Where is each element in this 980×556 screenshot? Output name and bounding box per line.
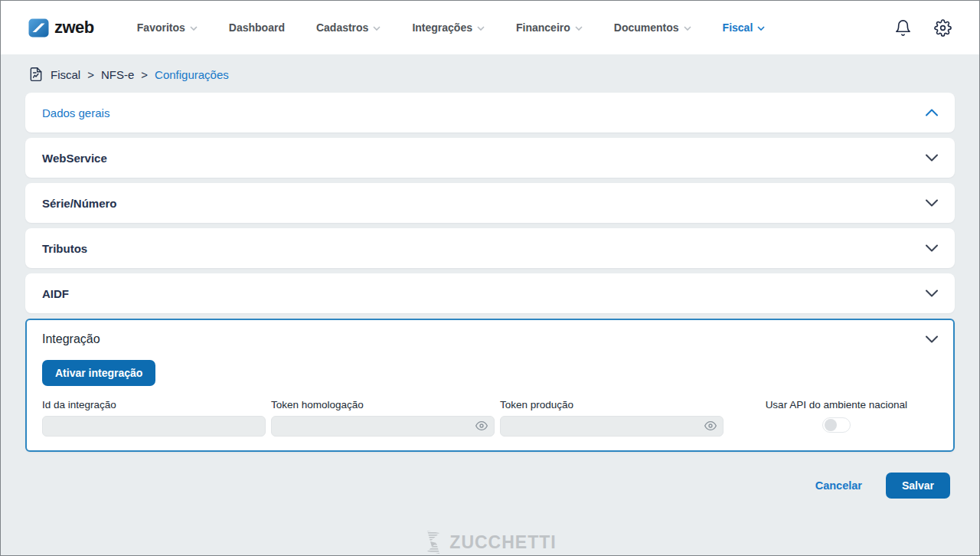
field-token-homologacao: Token homologação — [271, 399, 495, 437]
nav-label: Favoritos — [137, 21, 185, 34]
zucchetti-logo-icon — [423, 530, 443, 554]
accordion-card-dados-gerais: Dados gerais — [25, 93, 955, 132]
accordion-card-integracao: Integração Ativar integração Id da integ… — [25, 319, 955, 452]
nav-item-documentos[interactable]: Documentos — [614, 21, 691, 34]
accordion-title: Dados gerais — [42, 106, 109, 119]
breadcrumb-separator: > — [87, 68, 94, 81]
app-logo[interactable]: zweb — [28, 18, 94, 38]
nav-label: Cadastros — [316, 21, 368, 34]
field-token-producao: Token produção — [500, 399, 724, 437]
accordion-title: Integração — [42, 332, 100, 346]
integration-fields-row: Id da integração Token homologação Token… — [42, 399, 938, 437]
breadcrumb-item-nfse[interactable]: NFS-e — [101, 68, 134, 81]
token-producao-input[interactable] — [500, 416, 724, 437]
chevron-down-icon — [575, 26, 583, 31]
footer-brand-name: ZUCCHETTI — [449, 532, 556, 553]
nav-label: Fiscal — [723, 21, 753, 34]
chevron-down-icon[interactable] — [926, 335, 938, 343]
nav-item-dashboard[interactable]: Dashboard — [229, 21, 285, 34]
id-integracao-input[interactable] — [42, 416, 266, 437]
accordion-title: Tributos — [42, 242, 87, 255]
breadcrumb-item-configuracoes: Configurações — [155, 68, 229, 81]
nav-item-integracoes[interactable]: Integrações — [412, 21, 485, 34]
toggle-knob — [825, 419, 837, 431]
accordion-header-dados-gerais[interactable]: Dados gerais — [25, 93, 955, 132]
document-chart-icon — [28, 66, 44, 83]
chevron-down-icon — [684, 26, 691, 31]
main-nav: Favoritos Dashboard Cadastros Integraçõe… — [137, 21, 766, 34]
field-usar-api-nacional: Usar API do ambiente nacional — [766, 399, 907, 433]
chevron-down-icon — [477, 26, 485, 31]
accordion-title: Série/Número — [42, 197, 117, 210]
accordion-card-webservice: WebService — [25, 138, 955, 178]
accordion-title: AIDF — [42, 287, 69, 300]
accordion-header-webservice[interactable]: WebService — [25, 138, 955, 178]
app-brand-name: zweb — [54, 18, 94, 38]
settings-accordion-list: Dados gerais WebService Série/Número Tri… — [1, 93, 979, 452]
toggle-label: Usar API do ambiente nacional — [766, 399, 907, 410]
accordion-card-serie-numero: Série/Número — [25, 183, 955, 223]
chevron-up-icon[interactable] — [926, 109, 938, 116]
form-actions: Cancelar Salvar — [1, 473, 950, 499]
chevron-down-icon — [373, 26, 381, 31]
save-button[interactable]: Salvar — [886, 473, 950, 499]
token-homologacao-input[interactable] — [271, 416, 495, 437]
cancel-button[interactable]: Cancelar — [815, 479, 862, 492]
breadcrumb: Fiscal > NFS-e > Configurações — [1, 54, 979, 93]
nav-label: Financeiro — [516, 21, 570, 34]
accordion-card-aidf: AIDF — [25, 273, 955, 313]
field-id-integracao: Id da integração — [42, 399, 266, 437]
eye-icon[interactable] — [475, 420, 488, 432]
activate-integration-button[interactable]: Ativar integração — [42, 360, 155, 386]
accordion-header-integracao[interactable]: Integração — [27, 320, 953, 358]
chevron-down-icon[interactable] — [926, 244, 938, 252]
zweb-logo-icon — [28, 18, 49, 38]
usar-api-nacional-toggle[interactable] — [822, 417, 851, 433]
chevron-down-icon[interactable] — [926, 199, 938, 207]
bell-icon[interactable] — [894, 19, 912, 37]
top-navbar: zweb Favoritos Dashboard Cadastros Integ… — [1, 1, 979, 54]
nav-label: Integrações — [412, 21, 472, 34]
nav-item-favoritos[interactable]: Favoritos — [137, 21, 198, 34]
gear-icon[interactable] — [934, 19, 952, 37]
footer: ZUCCHETTI — [1, 530, 979, 554]
field-label: Id da integração — [42, 399, 266, 410]
integration-panel: Ativar integração Id da integração Token… — [27, 358, 953, 437]
accordion-card-tributos: Tributos — [25, 228, 955, 268]
chevron-down-icon — [190, 26, 198, 31]
nav-item-cadastros[interactable]: Cadastros — [316, 21, 381, 34]
breadcrumb-item-fiscal[interactable]: Fiscal — [51, 68, 80, 81]
field-label: Token homologação — [271, 399, 495, 410]
accordion-header-serie-numero[interactable]: Série/Número — [25, 183, 955, 223]
eye-icon[interactable] — [704, 420, 717, 432]
nav-label: Dashboard — [229, 21, 285, 34]
accordion-title: WebService — [42, 152, 107, 165]
breadcrumb-separator: > — [141, 68, 148, 81]
chevron-down-icon[interactable] — [926, 289, 938, 297]
field-label: Token produção — [500, 399, 724, 410]
accordion-header-aidf[interactable]: AIDF — [25, 273, 955, 313]
chevron-down-icon[interactable] — [926, 154, 938, 162]
topbar-icon-group — [894, 19, 952, 37]
accordion-header-tributos[interactable]: Tributos — [25, 228, 955, 268]
nav-label: Documentos — [614, 21, 679, 34]
nav-item-financeiro[interactable]: Financeiro — [516, 21, 583, 34]
chevron-down-icon — [757, 26, 765, 31]
nav-item-fiscal[interactable]: Fiscal — [723, 21, 766, 34]
